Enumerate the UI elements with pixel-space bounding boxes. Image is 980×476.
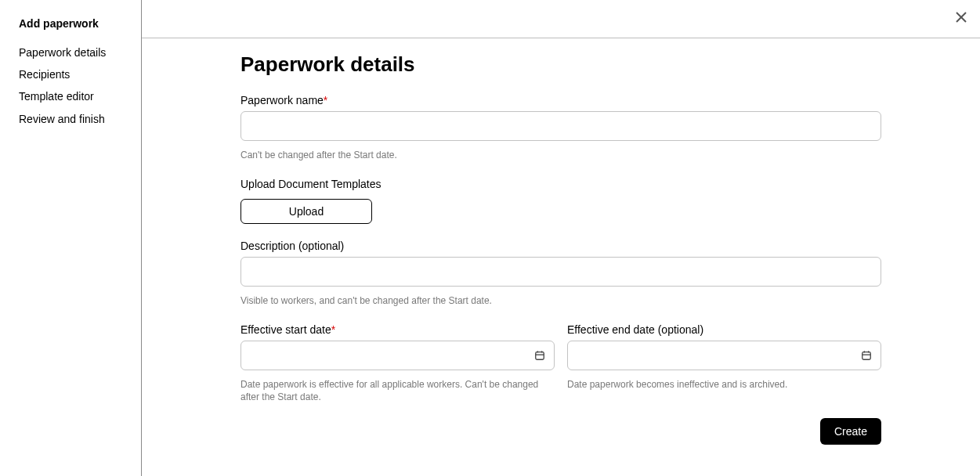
main-area: Paperwork details Paperwork name* Can't … [142, 0, 980, 476]
top-bar [142, 0, 980, 38]
start-date-helper: Date paperwork is effective for all appl… [240, 378, 555, 405]
required-marker: * [331, 323, 335, 336]
start-date-label: Effective start date* [240, 323, 555, 336]
paperwork-name-label: Paperwork name* [240, 94, 881, 106]
close-icon [956, 12, 967, 26]
sidebar: Add paperwork Paperwork details Recipien… [0, 0, 142, 476]
footer-actions: Create [240, 418, 881, 445]
end-date-input[interactable] [567, 341, 881, 370]
close-button[interactable] [953, 11, 969, 27]
create-button[interactable]: Create [820, 418, 881, 445]
sidebar-item-template-editor[interactable]: Template editor [19, 85, 122, 107]
required-marker: * [324, 94, 327, 106]
description-helper: Visible to workers, and can't be changed… [240, 294, 881, 308]
content: Paperwork details Paperwork name* Can't … [240, 38, 881, 445]
sidebar-item-paperwork-details[interactable]: Paperwork details [19, 41, 122, 63]
sidebar-title: Add paperwork [19, 17, 122, 30]
sidebar-item-review-and-finish[interactable]: Review and finish [19, 108, 122, 130]
upload-group: Upload Document Templates Upload [240, 178, 881, 224]
start-date-input-wrapper [240, 341, 555, 370]
description-group: Description (optional) Visible to worker… [240, 240, 881, 308]
start-date-group: Effective start date* Date paperwork is … [240, 323, 555, 405]
start-date-label-text: Effective start date [240, 323, 331, 336]
end-date-label: Effective end date (optional) [567, 323, 881, 336]
sidebar-item-recipients[interactable]: Recipients [19, 63, 122, 85]
end-date-input-wrapper [567, 341, 881, 370]
paperwork-name-group: Paperwork name* Can't be changed after t… [240, 94, 881, 162]
end-date-group: Effective end date (optional) Date paper… [567, 323, 881, 405]
paperwork-name-label-text: Paperwork name [240, 94, 324, 106]
page-title: Paperwork details [240, 52, 881, 77]
description-label: Description (optional) [240, 240, 881, 252]
upload-button[interactable]: Upload [240, 199, 372, 224]
paperwork-name-helper: Can't be changed after the Start date. [240, 149, 881, 162]
description-input[interactable] [240, 257, 881, 287]
end-date-helper: Date paperwork becomes ineffective and i… [567, 378, 881, 391]
upload-label: Upload Document Templates [240, 178, 881, 190]
date-row: Effective start date* Date paperwork is … [240, 323, 881, 405]
paperwork-name-input[interactable] [240, 111, 881, 141]
start-date-input[interactable] [240, 341, 555, 370]
